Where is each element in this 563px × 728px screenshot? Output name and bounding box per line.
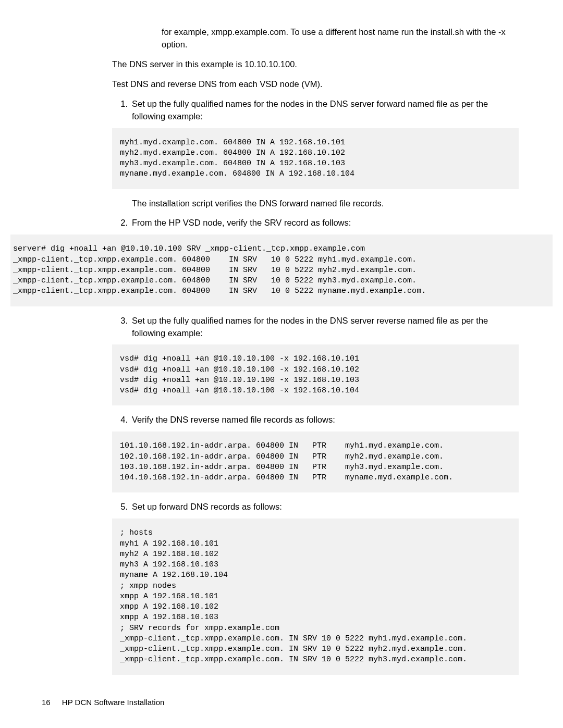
code-block-srv-verify: server# dig +noall +an @10.10.10.100 SRV… — [10, 235, 553, 306]
intro-note: for example, xmpp.example.com. To use a … — [162, 26, 519, 51]
step-number: 3. — [112, 315, 132, 340]
step-5: 5. Set up forward DNS records as follows… — [112, 501, 519, 513]
footer-title: HP DCN Software Installation — [62, 698, 164, 707]
step-text: Set up forward DNS records as follows: — [132, 501, 519, 513]
page-footer: 16 HP DCN Software Installation — [42, 697, 164, 708]
code-block-forward-records: ; hosts myh1 A 192.168.10.101 myh2 A 192… — [112, 519, 519, 674]
step-number: 1. — [112, 98, 132, 123]
code-block-reverse-records: 101.10.168.192.in-addr.arpa. 604800 IN P… — [112, 431, 519, 492]
code-block-reverse-dig: vsd# dig +noall +an @10.10.10.100 -x 192… — [112, 344, 519, 405]
step-text: Set up the fully qualified names for the… — [132, 315, 519, 340]
page-number: 16 — [42, 698, 51, 707]
code-block-forward-named: myh1.myd.example.com. 604800 IN A 192.16… — [112, 128, 519, 189]
document-page: for example, xmpp.example.com. To use a … — [0, 0, 563, 728]
dns-server-note: The DNS server in this example is 10.10.… — [112, 58, 519, 71]
step-4: 4. Verify the DNS reverse named file rec… — [112, 414, 519, 426]
step-2: 2. From the HP VSD node, verify the SRV … — [112, 217, 519, 229]
step-text: From the HP VSD node, verify the SRV rec… — [132, 217, 519, 229]
step-number: 5. — [112, 501, 132, 513]
step-number: 4. — [112, 414, 132, 426]
post-step1-note: The installation script verifies the DNS… — [132, 198, 521, 210]
step-3: 3. Set up the fully qualified names for … — [112, 315, 519, 340]
step-1: 1. Set up the fully qualified names for … — [112, 98, 519, 123]
step-number: 2. — [112, 217, 132, 229]
test-dns-note: Test DNS and reverse DNS from each VSD n… — [112, 78, 519, 91]
step-text: Set up the fully qualified names for the… — [132, 98, 519, 123]
step-text: Verify the DNS reverse named file record… — [132, 414, 519, 426]
